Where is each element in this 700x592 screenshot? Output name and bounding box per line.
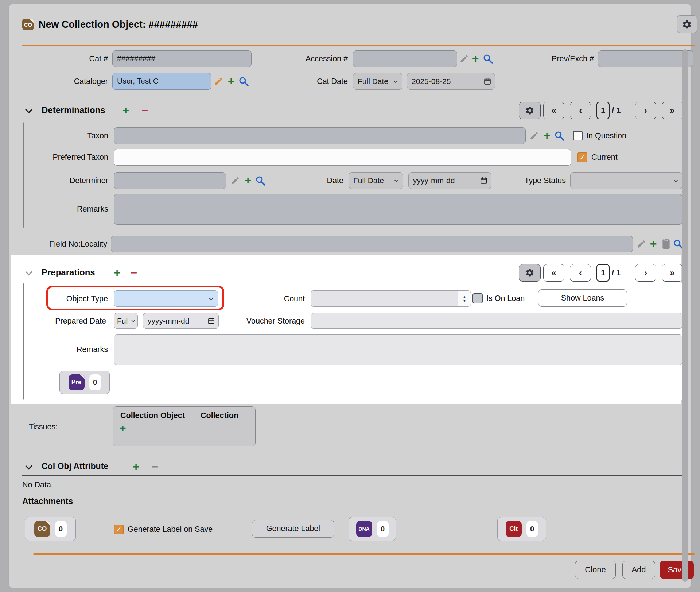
- determinations-page-box[interactable]: 1: [596, 102, 610, 119]
- prev-exch-input[interactable]: [598, 50, 693, 67]
- preparation-count-chip[interactable]: Pre 0: [59, 371, 110, 394]
- edit-pencil-icon[interactable]: [214, 77, 223, 86]
- prepared-date-input[interactable]: yyyy-mm-dd: [143, 313, 219, 329]
- calendar-icon[interactable]: [483, 77, 491, 85]
- no-data-text: No Data.: [22, 479, 95, 490]
- object-type-select[interactable]: [114, 290, 218, 307]
- cat-date-type-select[interactable]: Full Date: [353, 73, 402, 90]
- spinner-down-icon[interactable]: ▼: [463, 299, 466, 303]
- determinations-title: Determinations: [42, 105, 105, 115]
- col-obj-attribute-divider: [22, 475, 685, 476]
- determinations-prev-button[interactable]: ‹: [570, 102, 591, 119]
- add-icon[interactable]: +: [649, 238, 658, 249]
- in-question-checkbox[interactable]: [573, 131, 583, 140]
- generate-label-button[interactable]: Generate Label: [252, 520, 334, 538]
- search-icon[interactable]: [483, 54, 493, 64]
- edit-pencil-icon[interactable]: [459, 54, 469, 63]
- preparations-first-button[interactable]: «: [543, 264, 564, 282]
- chevron-down-icon: [393, 178, 400, 184]
- determinations-last-button[interactable]: »: [662, 102, 683, 119]
- dna-chip[interactable]: DNA 0: [349, 517, 396, 541]
- determinations-first-button[interactable]: «: [543, 102, 564, 119]
- footer-divider: [33, 553, 695, 555]
- clipboard-icon[interactable]: [661, 238, 671, 249]
- determination-date-input[interactable]: yyyy-mm-dd: [408, 172, 491, 189]
- preparations-last-button[interactable]: »: [662, 264, 683, 282]
- clone-button[interactable]: Clone: [575, 561, 616, 579]
- chevron-down-icon[interactable]: [24, 107, 34, 115]
- current-checkbox[interactable]: ✓: [578, 152, 587, 162]
- calendar-icon[interactable]: [207, 317, 215, 325]
- co-icon-text: CO: [38, 525, 47, 533]
- preparations-page-box[interactable]: 1: [596, 264, 610, 282]
- spinner-up-icon[interactable]: ▲: [463, 295, 466, 299]
- type-status-select[interactable]: [570, 172, 682, 189]
- generate-label-on-save-checkbox[interactable]: ✓: [114, 525, 124, 534]
- accession-label: Accession #: [264, 53, 348, 64]
- is-on-loan-checkbox[interactable]: [472, 293, 483, 303]
- determiner-input[interactable]: [114, 172, 226, 189]
- determinations-next-button[interactable]: ›: [635, 102, 656, 119]
- search-icon[interactable]: [238, 76, 249, 87]
- tissues-box[interactable]: Collection Object Collection +: [113, 406, 256, 446]
- search-icon[interactable]: [673, 239, 684, 249]
- taxon-input[interactable]: [114, 127, 526, 144]
- prev-exch-label: Prev/Exch #: [517, 53, 594, 64]
- pre-count-badge: 0: [89, 374, 101, 390]
- form-settings-button[interactable]: [677, 15, 697, 33]
- chevron-down-icon: [131, 318, 136, 324]
- edit-pencil-icon[interactable]: [529, 131, 539, 140]
- cat-date-label: Cat Date: [280, 76, 348, 87]
- determination-remarks-textarea[interactable]: [114, 194, 682, 225]
- preparations-add-button[interactable]: +: [114, 267, 120, 278]
- tissues-add-button[interactable]: +: [120, 422, 126, 434]
- preparations-settings-button[interactable]: [519, 264, 541, 282]
- prepared-date-type-select[interactable]: Ful: [114, 313, 138, 329]
- col-obj-attribute-remove-button[interactable]: −: [152, 461, 158, 472]
- add-icon[interactable]: +: [244, 175, 252, 186]
- chevron-down-icon: [208, 295, 214, 302]
- count-spinner[interactable]: ▲ ▼: [458, 291, 471, 306]
- add-icon[interactable]: +: [227, 76, 236, 86]
- gear-icon: [682, 19, 692, 30]
- chevron-down-icon[interactable]: [24, 270, 34, 277]
- calendar-icon[interactable]: [480, 177, 488, 185]
- cit-icon: Cit: [506, 521, 522, 537]
- add-icon[interactable]: +: [542, 130, 551, 141]
- preparations-prev-button[interactable]: ‹: [570, 264, 591, 282]
- field-no-locality-input[interactable]: [111, 236, 633, 252]
- voucher-storage-input[interactable]: [311, 313, 682, 329]
- save-button[interactable]: Save: [660, 561, 694, 579]
- chevron-down-icon[interactable]: [24, 464, 34, 471]
- col-obj-attribute-add-button[interactable]: +: [133, 461, 139, 472]
- determination-date-type-select[interactable]: Full Date: [349, 172, 403, 189]
- vertical-scrollbar[interactable]: [682, 49, 688, 582]
- cat-date-input[interactable]: 2025-08-25: [407, 73, 495, 90]
- co-attachments-chip[interactable]: CO 0: [25, 517, 76, 541]
- preparation-remarks-textarea[interactable]: [114, 334, 682, 365]
- preparations-remove-button[interactable]: −: [131, 267, 137, 278]
- cit-chip[interactable]: Cit 0: [497, 517, 546, 541]
- add-button[interactable]: Add: [622, 561, 655, 579]
- taxon-label: Taxon: [38, 130, 108, 141]
- cat-num-input[interactable]: #########: [112, 50, 252, 67]
- cit-icon-text: Cit: [509, 525, 518, 533]
- gear-icon: [525, 106, 534, 115]
- edit-pencil-icon[interactable]: [637, 239, 646, 249]
- co-icon: CO: [34, 521, 50, 537]
- accession-input[interactable]: [353, 50, 457, 67]
- add-icon[interactable]: +: [471, 53, 480, 64]
- determinations-remove-button[interactable]: −: [141, 105, 148, 116]
- edit-pencil-icon[interactable]: [230, 176, 240, 185]
- cataloger-input[interactable]: User, Test C: [112, 73, 211, 90]
- count-input[interactable]: ▲ ▼: [311, 290, 471, 307]
- prepared-date-placeholder: yyyy-mm-dd: [148, 313, 189, 329]
- preferred-taxon-input[interactable]: [114, 149, 571, 166]
- show-loans-button[interactable]: Show Loans: [538, 289, 627, 307]
- search-icon[interactable]: [255, 175, 266, 186]
- determinations-add-button[interactable]: +: [122, 105, 129, 116]
- search-icon[interactable]: [554, 131, 565, 141]
- cat-date-value: 2025-08-25: [412, 74, 451, 89]
- determinations-settings-button[interactable]: [519, 102, 541, 119]
- preparations-next-button[interactable]: ›: [635, 264, 656, 282]
